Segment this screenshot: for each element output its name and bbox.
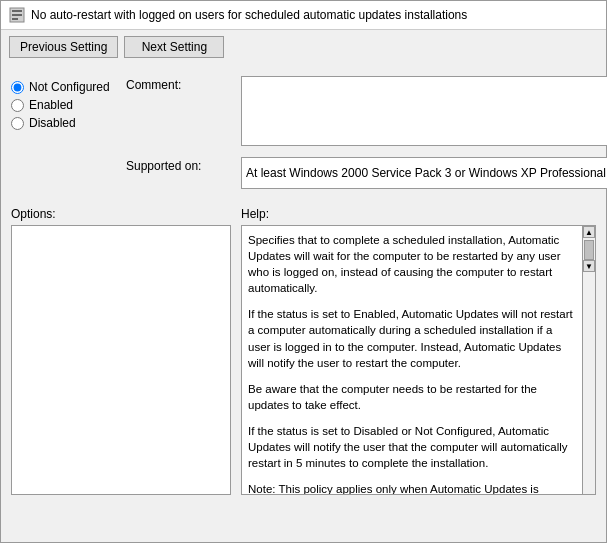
help-content: Specifies that to complete a scheduled i… — [241, 225, 596, 495]
comment-outer: ▲ ▼ — [241, 76, 607, 149]
toolbar: Previous Setting Next Setting — [1, 30, 606, 64]
svg-rect-2 — [12, 14, 22, 16]
radio-disabled-input[interactable] — [11, 117, 24, 130]
supported-outer: At least Windows 2000 Service Pack 3 or … — [241, 157, 607, 189]
help-scroll-thumb[interactable] — [584, 240, 594, 260]
help-p1: Specifies that to complete a scheduled i… — [248, 232, 575, 296]
radio-disabled-label: Disabled — [29, 116, 76, 130]
radio-not-configured[interactable]: Not Configured — [11, 80, 126, 94]
main-window: No auto-restart with logged on users for… — [0, 0, 607, 543]
comment-label: Comment: — [126, 76, 241, 92]
help-scroll-up[interactable]: ▲ — [583, 226, 595, 238]
help-scrollbar: ▲ ▼ — [582, 225, 596, 495]
window-icon — [9, 7, 25, 23]
comment-textarea[interactable] — [241, 76, 607, 146]
options-box — [11, 225, 231, 495]
radio-not-configured-input[interactable] — [11, 81, 24, 94]
radio-enabled-input[interactable] — [11, 99, 24, 112]
help-p2: If the status is set to Enabled, Automat… — [248, 306, 575, 370]
help-title: Help: — [241, 207, 596, 221]
radio-disabled[interactable]: Disabled — [11, 116, 126, 130]
radio-group: Not Configured Enabled Disabled — [11, 80, 126, 130]
comment-row: Comment: ▲ ▼ — [126, 76, 607, 149]
svg-rect-3 — [12, 18, 18, 20]
radio-not-configured-label: Not Configured — [29, 80, 110, 94]
svg-rect-1 — [12, 10, 22, 12]
next-setting-button[interactable]: Next Setting — [124, 36, 224, 58]
previous-setting-button[interactable]: Previous Setting — [9, 36, 118, 58]
supported-label: Supported on: — [126, 157, 241, 173]
supported-value: At least Windows 2000 Service Pack 3 or … — [241, 157, 607, 189]
radio-enabled-label: Enabled — [29, 98, 73, 112]
help-p5: Note: This policy applies only when Auto… — [248, 481, 575, 495]
options-title: Options: — [11, 207, 231, 221]
help-p4: If the status is set to Disabled or Not … — [248, 423, 575, 471]
options-section: Options: — [11, 207, 231, 495]
supported-row: Supported on: At least Windows 2000 Serv… — [126, 157, 607, 189]
help-section: Help: Specifies that to complete a sched… — [241, 207, 596, 495]
title-bar: No auto-restart with logged on users for… — [1, 1, 606, 30]
radio-enabled[interactable]: Enabled — [11, 98, 126, 112]
help-p3: Be aware that the computer needs to be r… — [248, 381, 575, 413]
help-scroll-down[interactable]: ▼ — [583, 260, 595, 272]
window-title: No auto-restart with logged on users for… — [31, 8, 467, 22]
